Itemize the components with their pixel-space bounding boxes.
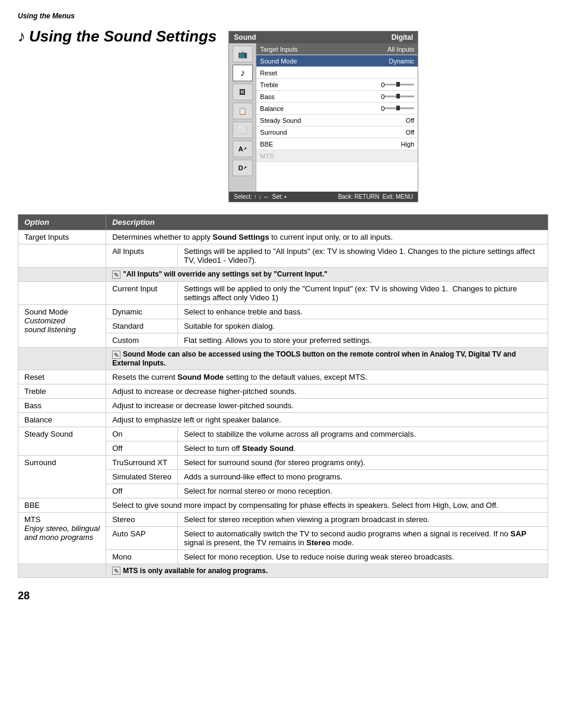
table-row: Surround TruSurround XT Select for surro… [18, 455, 548, 469]
table-row-note: "All Inputs" will override any settings … [18, 268, 548, 282]
tv-menu-sidebar: 📺 ♪ 🖼 📋 ⬜ A↗ D↗ [229, 43, 256, 192]
tv-menu-content: Target Inputs All Inputs Sound Mode Dyna… [256, 43, 418, 192]
tv-row-target-inputs: Target Inputs All Inputs [256, 43, 418, 55]
table-row: Target Inputs Determines whether to appl… [18, 230, 548, 244]
tv-footer-select: Select: ↑ ↓ ↔ Set: ▪ [234, 193, 287, 200]
table-row: All Inputs Settings will be applied to "… [18, 244, 548, 268]
table-row: Reset Resets the current Sound Mode sett… [18, 370, 548, 384]
tv-row-bass: Bass 0 [256, 91, 418, 103]
tv-row-sound-mode: Sound Mode Dynamic [256, 55, 418, 67]
tv-icon-setup[interactable]: 📋 [233, 103, 253, 119]
tv-row-balance: Balance 0 [256, 103, 418, 115]
col-header-option: Option [18, 215, 106, 230]
tv-menu-footer: Select: ↑ ↓ ↔ Set: ▪ Back: RETURN Exit: … [229, 192, 418, 202]
tv-icon-picture[interactable]: 🖼 [233, 84, 253, 100]
settings-table: Option Description Target Inputs Determi… [18, 214, 548, 578]
table-row: BBE Select to give sound more impact by … [18, 498, 548, 512]
tv-menu: Sound Digital 📺 ♪ 🖼 📋 ⬜ A↗ D↗ Target Inp… [228, 31, 418, 202]
tv-icon-tv[interactable]: 📺 [233, 46, 253, 62]
table-row-note: MTS is only available for analog program… [18, 564, 548, 578]
table-row-note: Sound Mode can also be accessed using th… [18, 347, 548, 370]
tv-row-bbe: BBE High [256, 138, 418, 150]
tv-icon-sound[interactable]: ♪ [233, 65, 253, 81]
tv-icon-d[interactable]: D↗ [233, 160, 253, 176]
tv-row-mts: MTS [256, 150, 418, 162]
using-menus-label: Using the Menus [18, 12, 548, 20]
table-row: Treble Adjust to increase or decrease hi… [18, 384, 548, 398]
tv-row-treble: Treble 0 [256, 79, 418, 91]
tv-footer-back: Back: RETURN Exit: MENU [338, 193, 414, 200]
table-row: Bass Adjust to increase or decrease lowe… [18, 398, 548, 412]
table-row: Balance Adjust to emphasize left or righ… [18, 412, 548, 427]
page-number: 28 [18, 590, 548, 602]
music-note-icon: ♪ [18, 27, 26, 45]
col-header-description: Description [106, 215, 548, 230]
tv-row-steady-sound: Steady Sound Off [256, 115, 418, 126]
tv-menu-title: Sound [234, 33, 256, 42]
table-row: MTSEnjoy stereo, bilingualand mono progr… [18, 512, 548, 526]
tv-icon-blank[interactable]: ⬜ [233, 122, 253, 138]
tv-icon-a[interactable]: A↗ [233, 141, 253, 157]
table-row: Sound ModeCustomizedsound listening Dyna… [18, 304, 548, 319]
tv-row-reset: Reset [256, 67, 418, 79]
tv-menu-signal: Digital [392, 33, 414, 42]
table-row: Current Input Settings will be applied t… [18, 281, 548, 304]
tv-row-surround: Surround Off [256, 126, 418, 138]
table-row: Steady Sound On Select to stabilize the … [18, 427, 548, 441]
page-title: ♪Using the Sound Settings [18, 25, 217, 46]
